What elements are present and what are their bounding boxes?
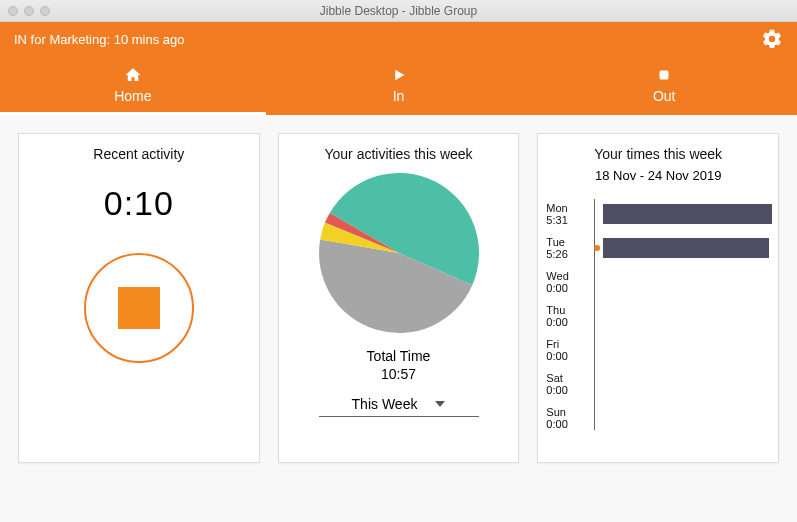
bar-area <box>603 306 772 326</box>
tab-home[interactable]: Home <box>0 56 266 115</box>
day-row: Sun0:00 <box>546 401 772 435</box>
bar-area <box>603 374 772 394</box>
day-row: Mon5:31 <box>546 197 772 231</box>
activities-pie-chart <box>314 168 484 338</box>
clock-out-button[interactable] <box>84 253 194 363</box>
times-title: Your times this week <box>538 146 778 162</box>
day-row: Thu0:00 <box>546 299 772 333</box>
time-bar <box>603 204 772 224</box>
times-chart: Mon5:31Tue5:26Wed0:00Thu0:00Fri0:00Sat0:… <box>538 191 778 435</box>
card-activities: Your activities this week Total Time 10:… <box>278 133 520 463</box>
times-range: 18 Nov - 24 Nov 2019 <box>538 168 778 183</box>
bar-area <box>603 238 772 258</box>
period-selector-label: This Week <box>352 396 418 412</box>
stop-icon <box>531 66 797 84</box>
elapsed-time: 0:10 <box>19 184 259 223</box>
day-label: Mon5:31 <box>546 202 594 226</box>
tab-out[interactable]: Out <box>531 56 797 115</box>
day-label: Sun0:00 <box>546 406 594 430</box>
activities-title: Your activities this week <box>279 146 519 162</box>
bar-area <box>603 408 772 428</box>
status-bar: IN for Marketing: 10 mins ago <box>0 22 797 56</box>
total-time-label: Total Time <box>279 348 519 364</box>
card-times: Your times this week 18 Nov - 24 Nov 201… <box>537 133 779 463</box>
day-row: Sat0:00 <box>546 367 772 401</box>
gear-icon <box>761 28 783 50</box>
home-icon <box>0 66 266 84</box>
recent-activity-title: Recent activity <box>19 146 259 162</box>
stop-square-icon <box>118 287 160 329</box>
day-label: Fri0:00 <box>546 338 594 362</box>
day-row: Tue5:26 <box>546 231 772 265</box>
tab-home-label: Home <box>0 88 266 104</box>
tab-in[interactable]: In <box>266 56 532 115</box>
window-title: Jibble Desktop - Jibble Group <box>0 4 797 18</box>
bar-area <box>603 204 772 224</box>
day-row: Wed0:00 <box>546 265 772 299</box>
total-time-value: 10:57 <box>279 366 519 382</box>
card-recent-activity: Recent activity 0:10 <box>18 133 260 463</box>
svg-rect-0 <box>660 71 669 80</box>
day-label: Wed0:00 <box>546 270 594 294</box>
bar-area <box>603 340 772 360</box>
chevron-down-icon <box>435 399 445 409</box>
play-icon <box>266 66 532 84</box>
current-day-marker <box>594 245 600 251</box>
day-label: Sat0:00 <box>546 372 594 396</box>
settings-button[interactable] <box>761 28 783 50</box>
tab-out-label: Out <box>531 88 797 104</box>
tab-in-label: In <box>266 88 532 104</box>
day-label: Thu0:00 <box>546 304 594 328</box>
bar-area <box>603 272 772 292</box>
tab-bar: Home In Out <box>0 56 797 115</box>
content-area: Recent activity 0:10 Your activities thi… <box>0 115 797 481</box>
titlebar: Jibble Desktop - Jibble Group <box>0 0 797 22</box>
time-bar <box>603 238 769 258</box>
day-label: Tue5:26 <box>546 236 594 260</box>
period-selector[interactable]: This Week <box>319 392 479 417</box>
status-text: IN for Marketing: 10 mins ago <box>14 32 185 47</box>
day-row: Fri0:00 <box>546 333 772 367</box>
